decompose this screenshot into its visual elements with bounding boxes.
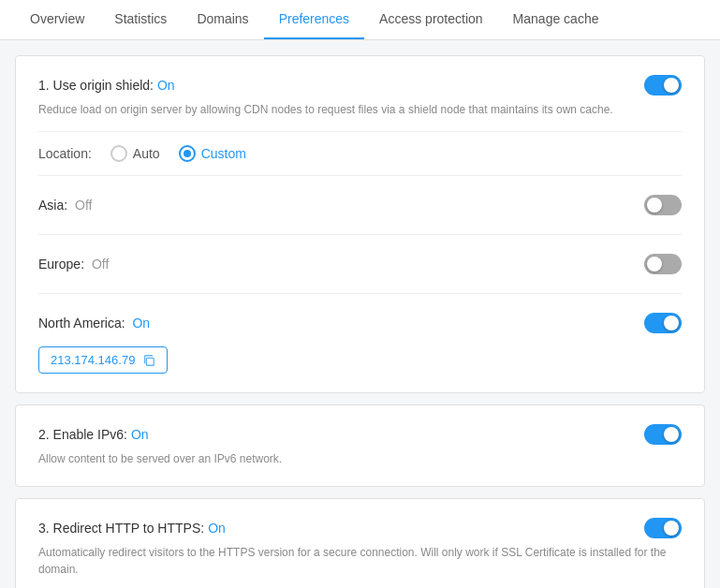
origin-shield-status: On xyxy=(157,78,175,93)
tab-manage-cache[interactable]: Manage cache xyxy=(498,0,614,39)
divider-4 xyxy=(38,293,682,294)
region-na-status: On xyxy=(132,316,150,331)
ipv6-desc: Allow content to be served over an IPv6 … xyxy=(38,450,682,467)
region-na-row: North America: On xyxy=(38,307,682,339)
tab-domains[interactable]: Domains xyxy=(182,0,263,39)
divider-2 xyxy=(38,175,682,176)
ipv6-title-group: 2. Enable IPv6: On xyxy=(38,427,149,442)
tab-statistics[interactable]: Statistics xyxy=(99,0,182,39)
copy-icon xyxy=(142,354,155,367)
origin-shield-desc: Reduce load on origin server by allowing… xyxy=(38,101,682,118)
region-na-label-group: North America: On xyxy=(38,316,150,331)
origin-shield-toggle[interactable] xyxy=(644,75,682,96)
region-asia-status: Off xyxy=(75,198,92,213)
region-asia-label-group: Asia: Off xyxy=(38,198,92,213)
ipv6-status: On xyxy=(131,427,149,442)
region-asia-toggle[interactable] xyxy=(644,195,682,215)
radio-auto-label: Auto xyxy=(133,146,160,161)
location-label: Location: xyxy=(38,146,92,161)
region-na-label: North America: xyxy=(38,316,125,331)
https-redirect-desc: Automatically redirect visitors to the H… xyxy=(38,544,682,578)
region-asia-label: Asia: xyxy=(38,198,67,213)
region-europe-row: Europe: Off xyxy=(38,248,682,280)
https-redirect-card: 3. Redirect HTTP to HTTPS: On Automatica… xyxy=(15,498,705,588)
ipv6-toggle[interactable] xyxy=(644,424,682,445)
region-asia-row: Asia: Off xyxy=(38,189,682,221)
radio-custom-circle xyxy=(179,145,196,162)
https-redirect-status: On xyxy=(208,521,226,536)
location-row: Location: Auto Custom xyxy=(38,145,682,162)
divider-3 xyxy=(38,234,682,235)
ipv6-header: 2. Enable IPv6: On xyxy=(38,424,682,445)
https-redirect-toggle[interactable] xyxy=(644,518,682,538)
main-content: 1. Use origin shield: On Reduce load on … xyxy=(0,40,720,588)
tab-preferences[interactable]: Preferences xyxy=(264,0,364,39)
radio-auto-circle xyxy=(110,145,127,162)
https-redirect-title: 3. Redirect HTTP to HTTPS: xyxy=(38,521,204,536)
region-europe-status: Off xyxy=(92,257,109,272)
region-europe-toggle[interactable] xyxy=(644,254,682,274)
divider-1 xyxy=(38,131,682,132)
tab-overview[interactable]: Overview xyxy=(15,0,99,39)
tab-access-protection[interactable]: Access protection xyxy=(364,0,498,39)
tab-bar: Overview Statistics Domains Preferences … xyxy=(0,0,720,40)
https-redirect-title-group: 3. Redirect HTTP to HTTPS: On xyxy=(38,521,226,536)
radio-custom-label: Custom xyxy=(201,146,246,161)
ipv6-title: 2. Enable IPv6: xyxy=(38,427,127,442)
origin-shield-header: 1. Use origin shield: On xyxy=(38,75,682,96)
radio-custom[interactable]: Custom xyxy=(179,145,246,162)
https-redirect-header: 3. Redirect HTTP to HTTPS: On xyxy=(38,518,682,538)
origin-shield-card: 1. Use origin shield: On Reduce load on … xyxy=(15,55,705,393)
region-europe-label-group: Europe: Off xyxy=(38,257,109,272)
radio-auto[interactable]: Auto xyxy=(110,145,160,162)
region-europe-label: Europe: xyxy=(38,257,84,272)
region-na-toggle[interactable] xyxy=(644,313,682,333)
origin-shield-title-group: 1. Use origin shield: On xyxy=(38,78,175,93)
ipv6-card: 2. Enable IPv6: On Allow content to be s… xyxy=(15,404,705,487)
ip-address-value: 213.174.146.79 xyxy=(51,353,135,367)
origin-shield-title: 1. Use origin shield: xyxy=(38,78,154,93)
svg-rect-0 xyxy=(147,358,154,365)
ip-address-box[interactable]: 213.174.146.79 xyxy=(38,346,168,374)
